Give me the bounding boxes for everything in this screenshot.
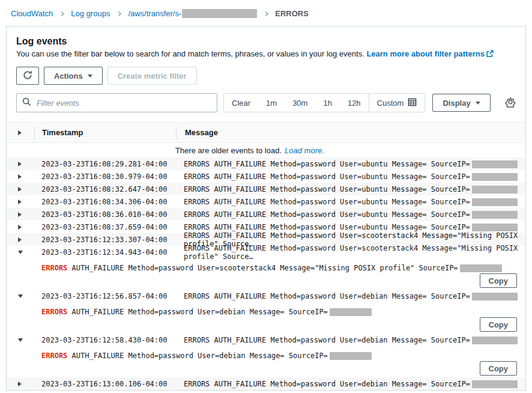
refresh-icon [23, 70, 32, 82]
calendar-icon [408, 97, 417, 108]
expand-cell[interactable] [7, 338, 34, 342]
breadcrumb-log-groups-link[interactable]: Log groups [71, 9, 110, 18]
gear-icon [505, 97, 516, 109]
time-range-12h[interactable]: 12h [340, 94, 369, 112]
log-event-row[interactable]: 2023-03-23T16:12:58.430-04:00ERRORS AUTH… [7, 334, 525, 346]
chevron-down-icon [476, 102, 480, 105]
expand-arrow-icon[interactable] [18, 187, 22, 192]
event-timestamp: 2023-03-23T16:13:00.106-04:00 [34, 380, 175, 388]
expanded-event-detail: ERRORS AUTH_FAILURE Method=password User… [7, 302, 525, 334]
time-range-custom[interactable]: Custom [369, 94, 425, 112]
create-metric-filter-label: Create metric filter [118, 72, 187, 81]
copy-button[interactable]: Copy [480, 361, 518, 376]
event-message-text: ERRORS AUTH_FAILURE Method=password User… [184, 210, 470, 219]
log-event-row[interactable]: 2023-03-23T16:08:36.010-04:00ERRORS AUTH… [7, 208, 525, 221]
preferences-button[interactable] [503, 96, 518, 111]
redaction-blob [472, 380, 518, 388]
error-level-token: ERRORS [41, 264, 67, 272]
expanded-event-detail: ERRORS AUTH_FAILURE Method=password User… [7, 258, 525, 290]
time-range-1m[interactable]: 1m [258, 94, 285, 112]
expand-all-column[interactable] [7, 130, 34, 135]
error-level-token: ERRORS [41, 308, 67, 316]
redaction-blob [472, 160, 518, 168]
redaction-blob [472, 173, 518, 181]
event-message: ERRORS AUTH_FAILURE Method=password User… [175, 244, 525, 261]
expand-arrow-icon[interactable] [18, 130, 22, 135]
message-column-header: Message [177, 128, 525, 137]
refresh-button[interactable] [16, 67, 39, 85]
redaction-blob [472, 293, 518, 300]
log-event-row[interactable]: 2023-03-23T16:08:32.647-04:00ERRORS AUTH… [7, 183, 525, 195]
event-message-text: ERRORS AUTH_FAILURE Method=password User… [184, 336, 470, 344]
collapse-arrow-icon[interactable] [18, 294, 23, 298]
redaction-blob [472, 224, 518, 231]
custom-label: Custom [377, 99, 404, 108]
expand-arrow-icon[interactable] [18, 382, 22, 386]
time-range-clear[interactable]: Clear [224, 94, 258, 112]
log-event-row[interactable]: 2023-03-23T16:08:34.306-04:00ERRORS AUTH… [7, 195, 525, 208]
expand-arrow-icon[interactable] [18, 200, 22, 204]
collapse-arrow-icon[interactable] [18, 251, 23, 254]
expand-cell[interactable] [7, 187, 34, 192]
expand-cell[interactable] [7, 382, 34, 386]
copy-button[interactable]: Copy [480, 317, 518, 332]
detail-message: ERRORS AUTH_FAILURE Method=password User… [41, 308, 517, 316]
expand-cell[interactable] [7, 237, 34, 242]
breadcrumb-separator-icon [59, 11, 64, 16]
older-events-row: There are older events to load. Load mor… [7, 143, 525, 157]
event-message-text: ERRORS AUTH_FAILURE Method=password User… [184, 172, 470, 181]
event-timestamp: 2023-03-23T16:08:32.647-04:00 [34, 185, 175, 193]
expand-cell[interactable] [7, 294, 34, 298]
log-event-row[interactable]: 2023-03-23T16:08:30.979-04:00ERRORS AUTH… [7, 170, 525, 183]
expand-cell[interactable] [7, 212, 34, 217]
copy-button[interactable]: Copy [480, 273, 518, 288]
expand-cell[interactable] [7, 251, 34, 254]
display-button[interactable]: Display [432, 94, 490, 112]
expand-arrow-icon[interactable] [18, 237, 22, 242]
expand-cell[interactable] [7, 162, 34, 166]
breadcrumb-log-group-link[interactable]: /aws/transfer/s- [128, 9, 257, 18]
event-message: ERRORS AUTH_FAILURE Method=password User… [175, 172, 525, 181]
expand-cell[interactable] [7, 174, 34, 179]
error-level-token: ERRORS [41, 352, 67, 360]
redaction-blob [460, 264, 502, 272]
load-more-link[interactable]: Load more. [285, 146, 324, 155]
event-message: ERRORS AUTH_FAILURE Method=password User… [175, 223, 525, 231]
expand-arrow-icon[interactable] [18, 225, 22, 230]
log-event-row[interactable]: 2023-03-23T16:13:00.106-04:00ERRORS AUTH… [7, 377, 525, 390]
event-timestamp: 2023-03-23T16:08:36.010-04:00 [34, 210, 175, 219]
event-message: ERRORS AUTH_FAILURE Method=password User… [175, 380, 525, 388]
filter-events-input[interactable] [35, 98, 211, 108]
event-message-text: ERRORS AUTH_FAILURE Method=password User… [184, 198, 470, 206]
create-metric-filter-button[interactable]: Create metric filter [107, 67, 197, 85]
actions-button[interactable]: Actions [44, 67, 103, 85]
learn-more-link[interactable]: Learn more about filter patterns [366, 49, 493, 58]
event-message-text: ERRORS AUTH_FAILURE Method=password User… [184, 185, 470, 193]
breadcrumb-separator-icon [116, 11, 121, 16]
log-event-row[interactable]: 2023-03-23T16:08:29.281-04:00ERRORS AUTH… [7, 157, 525, 170]
log-event-row[interactable]: 2023-03-23T16:12:56.857-04:00ERRORS AUTH… [7, 290, 525, 302]
expand-cell[interactable] [7, 225, 34, 230]
time-range-30m[interactable]: 30m [285, 94, 315, 112]
filter-bar: Clear 1m 30m 1h 12h Custom Display [7, 85, 525, 112]
redaction-blob [330, 308, 372, 316]
redaction-blob [472, 186, 518, 193]
display-label: Display [443, 99, 470, 108]
collapse-arrow-icon[interactable] [18, 338, 23, 342]
filter-events-searchbox[interactable] [16, 93, 217, 112]
expand-arrow-icon[interactable] [18, 174, 22, 179]
event-message: ERRORS AUTH_FAILURE Method=password User… [175, 210, 525, 219]
event-message: ERRORS AUTH_FAILURE Method=password User… [175, 336, 525, 344]
event-message-text: ERRORS AUTH_FAILURE Method=password User… [184, 244, 518, 261]
log-events-table: Timestamp Message There are older events… [7, 122, 525, 390]
breadcrumb-cloudwatch-link[interactable]: CloudWatch [11, 9, 53, 18]
log-event-row[interactable]: 2023-03-23T16:12:34.943-04:00ERRORS AUTH… [7, 246, 525, 258]
expand-arrow-icon[interactable] [18, 212, 22, 217]
expand-arrow-icon[interactable] [18, 162, 22, 166]
expand-cell[interactable] [7, 200, 34, 204]
expanded-event-detail: ERRORS AUTH_FAILURE Method=password User… [7, 346, 525, 377]
breadcrumb: CloudWatch Log groups /aws/transfer/s- E… [0, 0, 532, 26]
copy-button-row: Copy [41, 361, 517, 376]
redaction-blob [472, 337, 518, 344]
time-range-1h[interactable]: 1h [315, 94, 339, 112]
